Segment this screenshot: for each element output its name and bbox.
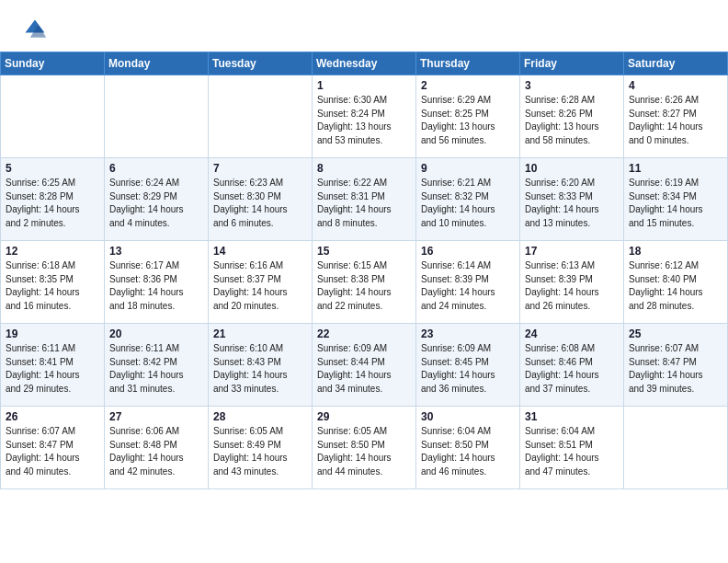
calendar-cell: 16Sunrise: 6:14 AMSunset: 8:39 PMDayligh… [416, 241, 520, 324]
calendar-cell: 5Sunrise: 6:25 AMSunset: 8:28 PMDaylight… [1, 158, 105, 241]
calendar-week-row: 5Sunrise: 6:25 AMSunset: 8:28 PMDaylight… [1, 158, 728, 241]
day-number: 10 [525, 162, 619, 175]
calendar-cell: 11Sunrise: 6:19 AMSunset: 8:34 PMDayligh… [624, 158, 728, 241]
day-number: 19 [6, 327, 99, 340]
calendar-cell: 14Sunrise: 6:16 AMSunset: 8:37 PMDayligh… [209, 241, 313, 324]
day-info: Sunrise: 6:20 AMSunset: 8:33 PMDaylight:… [525, 177, 619, 230]
day-number: 12 [6, 245, 99, 258]
day-info: Sunrise: 6:29 AMSunset: 8:25 PMDaylight:… [421, 94, 515, 147]
calendar-cell: 10Sunrise: 6:20 AMSunset: 8:33 PMDayligh… [520, 158, 624, 241]
calendar-cell: 30Sunrise: 6:04 AMSunset: 8:50 PMDayligh… [416, 407, 520, 489]
day-info: Sunrise: 6:17 AMSunset: 8:36 PMDaylight:… [109, 259, 203, 313]
day-number: 6 [109, 162, 203, 175]
calendar-cell: 26Sunrise: 6:07 AMSunset: 8:47 PMDayligh… [1, 407, 105, 489]
day-info: Sunrise: 6:07 AMSunset: 8:47 PMDaylight:… [6, 425, 99, 478]
day-number: 7 [213, 162, 307, 175]
day-number: 9 [421, 162, 515, 175]
day-number: 27 [109, 410, 203, 423]
day-info: Sunrise: 6:08 AMSunset: 8:46 PMDaylight:… [525, 342, 619, 396]
logo-icon [22, 17, 48, 42]
day-info: Sunrise: 6:11 AMSunset: 8:41 PMDaylight:… [6, 342, 99, 396]
day-number: 17 [525, 245, 619, 258]
day-number: 21 [213, 327, 307, 340]
day-info: Sunrise: 6:21 AMSunset: 8:32 PMDaylight:… [421, 177, 515, 230]
calendar-cell: 28Sunrise: 6:05 AMSunset: 8:49 PMDayligh… [209, 407, 313, 489]
day-info: Sunrise: 6:09 AMSunset: 8:44 PMDaylight:… [317, 342, 411, 396]
calendar-header-row: SundayMondayTuesdayWednesdayThursdayFrid… [1, 52, 728, 75]
day-info: Sunrise: 6:26 AMSunset: 8:27 PMDaylight:… [629, 94, 722, 147]
calendar-cell: 6Sunrise: 6:24 AMSunset: 8:29 PMDaylight… [105, 158, 209, 241]
calendar-cell: 12Sunrise: 6:18 AMSunset: 8:35 PMDayligh… [1, 241, 105, 324]
day-info: Sunrise: 6:05 AMSunset: 8:50 PMDaylight:… [317, 425, 411, 478]
header [0, 0, 728, 52]
day-info: Sunrise: 6:04 AMSunset: 8:51 PMDaylight:… [525, 425, 619, 478]
calendar-week-row: 26Sunrise: 6:07 AMSunset: 8:47 PMDayligh… [1, 407, 728, 489]
day-number: 8 [317, 162, 411, 175]
day-number: 22 [317, 327, 411, 340]
calendar-cell: 7Sunrise: 6:23 AMSunset: 8:30 PMDaylight… [209, 158, 313, 241]
calendar-header-tuesday: Tuesday [209, 52, 313, 75]
calendar-cell: 8Sunrise: 6:22 AMSunset: 8:31 PMDaylight… [313, 158, 416, 241]
day-number: 4 [629, 79, 722, 92]
calendar-cell [105, 75, 209, 158]
calendar-cell [624, 407, 728, 489]
calendar-header-saturday: Saturday [624, 52, 728, 75]
calendar: SundayMondayTuesdayWednesdayThursdayFrid… [0, 52, 728, 489]
calendar-header-friday: Friday [520, 52, 624, 75]
day-number: 25 [629, 327, 722, 340]
day-number: 28 [213, 410, 307, 423]
calendar-cell: 4Sunrise: 6:26 AMSunset: 8:27 PMDaylight… [624, 75, 728, 158]
calendar-cell: 18Sunrise: 6:12 AMSunset: 8:40 PMDayligh… [624, 241, 728, 324]
calendar-cell: 23Sunrise: 6:09 AMSunset: 8:45 PMDayligh… [416, 324, 520, 407]
calendar-cell: 19Sunrise: 6:11 AMSunset: 8:41 PMDayligh… [1, 324, 105, 407]
day-number: 5 [6, 162, 99, 175]
day-info: Sunrise: 6:09 AMSunset: 8:45 PMDaylight:… [421, 342, 515, 396]
day-info: Sunrise: 6:18 AMSunset: 8:35 PMDaylight:… [6, 259, 99, 313]
day-info: Sunrise: 6:07 AMSunset: 8:47 PMDaylight:… [629, 342, 722, 396]
day-info: Sunrise: 6:15 AMSunset: 8:38 PMDaylight:… [317, 259, 411, 313]
day-info: Sunrise: 6:13 AMSunset: 8:39 PMDaylight:… [525, 259, 619, 313]
calendar-cell: 3Sunrise: 6:28 AMSunset: 8:26 PMDaylight… [520, 75, 624, 158]
logo [22, 17, 53, 42]
day-info: Sunrise: 6:11 AMSunset: 8:42 PMDaylight:… [109, 342, 203, 396]
calendar-cell: 13Sunrise: 6:17 AMSunset: 8:36 PMDayligh… [105, 241, 209, 324]
day-number: 26 [6, 410, 99, 423]
day-info: Sunrise: 6:14 AMSunset: 8:39 PMDaylight:… [421, 259, 515, 313]
day-info: Sunrise: 6:19 AMSunset: 8:34 PMDaylight:… [629, 177, 722, 230]
day-info: Sunrise: 6:22 AMSunset: 8:31 PMDaylight:… [317, 177, 411, 230]
day-number: 29 [317, 410, 411, 423]
calendar-cell: 29Sunrise: 6:05 AMSunset: 8:50 PMDayligh… [313, 407, 416, 489]
calendar-cell: 20Sunrise: 6:11 AMSunset: 8:42 PMDayligh… [105, 324, 209, 407]
day-number: 13 [109, 245, 203, 258]
day-info: Sunrise: 6:10 AMSunset: 8:43 PMDaylight:… [213, 342, 307, 396]
calendar-header-sunday: Sunday [1, 52, 105, 75]
calendar-header-thursday: Thursday [416, 52, 520, 75]
calendar-cell: 15Sunrise: 6:15 AMSunset: 8:38 PMDayligh… [313, 241, 416, 324]
day-number: 11 [629, 162, 722, 175]
calendar-cell [1, 75, 105, 158]
day-number: 16 [421, 245, 515, 258]
calendar-cell: 9Sunrise: 6:21 AMSunset: 8:32 PMDaylight… [416, 158, 520, 241]
day-number: 31 [525, 410, 619, 423]
calendar-week-row: 12Sunrise: 6:18 AMSunset: 8:35 PMDayligh… [1, 241, 728, 324]
day-info: Sunrise: 6:16 AMSunset: 8:37 PMDaylight:… [213, 259, 307, 313]
calendar-cell: 22Sunrise: 6:09 AMSunset: 8:44 PMDayligh… [313, 324, 416, 407]
calendar-header-wednesday: Wednesday [313, 52, 416, 75]
day-info: Sunrise: 6:05 AMSunset: 8:49 PMDaylight:… [213, 425, 307, 478]
day-number: 20 [109, 327, 203, 340]
day-number: 1 [317, 79, 411, 92]
calendar-week-row: 1Sunrise: 6:30 AMSunset: 8:24 PMDaylight… [1, 75, 728, 158]
calendar-cell: 1Sunrise: 6:30 AMSunset: 8:24 PMDaylight… [313, 75, 416, 158]
calendar-cell [209, 75, 313, 158]
day-number: 30 [421, 410, 515, 423]
day-number: 18 [629, 245, 722, 258]
calendar-cell: 27Sunrise: 6:06 AMSunset: 8:48 PMDayligh… [105, 407, 209, 489]
day-number: 23 [421, 327, 515, 340]
day-number: 3 [525, 79, 619, 92]
day-number: 24 [525, 327, 619, 340]
page-wrapper: SundayMondayTuesdayWednesdayThursdayFrid… [0, 0, 728, 489]
day-info: Sunrise: 6:30 AMSunset: 8:24 PMDaylight:… [317, 94, 411, 147]
day-info: Sunrise: 6:06 AMSunset: 8:48 PMDaylight:… [109, 425, 203, 478]
calendar-cell: 2Sunrise: 6:29 AMSunset: 8:25 PMDaylight… [416, 75, 520, 158]
calendar-header-monday: Monday [105, 52, 209, 75]
